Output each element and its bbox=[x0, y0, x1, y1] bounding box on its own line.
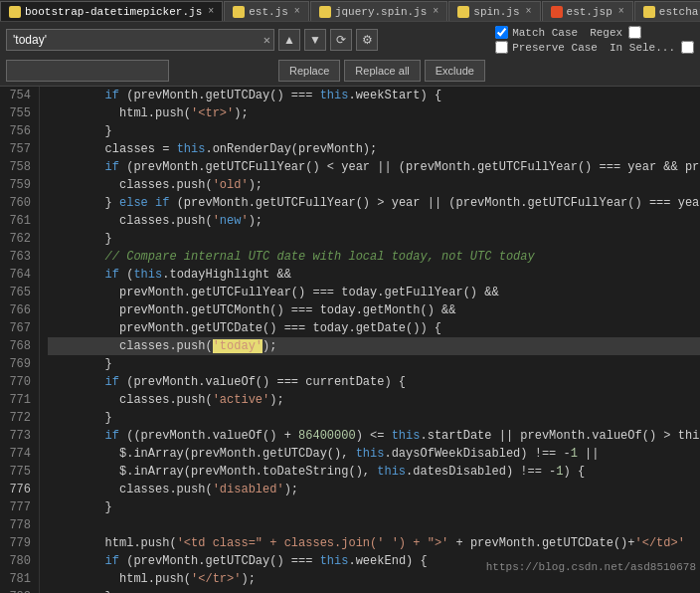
tab-label: jquery.spin.js bbox=[335, 6, 427, 18]
code-line: classes.push('disabled'); bbox=[48, 481, 700, 498]
line-number: 767 bbox=[4, 319, 31, 337]
tab-label: est.js bbox=[249, 6, 288, 18]
code-line: if (prevMonth.getUTCFullYear() < year ||… bbox=[48, 158, 700, 176]
line-number: 761 bbox=[4, 212, 31, 230]
search-row: ✕ ▲ ▼ ⟳ ⚙ Match Case Regex Preserve Case… bbox=[6, 26, 694, 54]
code-line: } bbox=[48, 409, 700, 427]
code-line: if (this.todayHighlight && bbox=[48, 266, 700, 284]
tab-bar: bootstrap-datetimepicker.js × est.js × j… bbox=[0, 0, 700, 22]
code-line: prevMonth.getUTCFullYear() === today.get… bbox=[48, 284, 700, 301]
tab-estcharts[interactable]: estcharts.js × bbox=[634, 1, 700, 21]
line-number: 781 bbox=[4, 570, 31, 588]
code-line: $.inArray(prevMonth.getUTCDay(), this.da… bbox=[48, 445, 700, 463]
search-input[interactable] bbox=[6, 29, 274, 51]
line-number: 773 bbox=[4, 427, 31, 445]
line-number: 757 bbox=[4, 140, 31, 158]
line-number: 768 bbox=[4, 337, 31, 355]
code-line: if (prevMonth.getUTCDay() === this.weekS… bbox=[48, 87, 700, 104]
line-number: 758 bbox=[4, 158, 31, 176]
code-line: if (prevMonth.valueOf() === currentDate)… bbox=[48, 373, 700, 391]
in-selection-checkbox[interactable] bbox=[681, 41, 694, 54]
line-number: 777 bbox=[4, 498, 31, 516]
line-number: 772 bbox=[4, 409, 31, 427]
code-line: // Compare internal UTC date with local … bbox=[48, 248, 700, 266]
tab-bootstrap-datetimepicker[interactable]: bootstrap-datetimepicker.js × bbox=[0, 1, 223, 21]
tab-close-btn[interactable]: × bbox=[433, 6, 438, 17]
line-number: 765 bbox=[4, 284, 31, 301]
tab-label: bootstrap-datetimepicker.js bbox=[25, 6, 202, 18]
next-match-btn[interactable]: ▼ bbox=[304, 29, 326, 51]
code-line: classes.push('active'); bbox=[48, 391, 700, 409]
tab-label: est.jsp bbox=[567, 6, 612, 18]
preserve-case-label: Preserve Case bbox=[512, 42, 598, 54]
regex-checkbox[interactable] bbox=[628, 26, 641, 39]
js-icon bbox=[233, 6, 245, 18]
line-number: 782 bbox=[4, 588, 31, 593]
code-line: } bbox=[48, 355, 700, 373]
code-line: } bbox=[48, 122, 700, 140]
tab-est-js[interactable]: est.js × bbox=[224, 1, 309, 21]
watermark: https://blog.csdn.net/asd8510678 bbox=[482, 559, 700, 575]
code-line: classes = this.onRenderDay(prevMonth); bbox=[48, 140, 700, 158]
code-line bbox=[48, 516, 700, 534]
js-icon bbox=[319, 6, 331, 18]
tab-label: spin.js bbox=[473, 6, 519, 18]
tab-jquery-spin[interactable]: jquery.spin.js × bbox=[310, 1, 447, 21]
exclude-btn[interactable]: Exclude bbox=[425, 60, 485, 82]
clear-search-icon[interactable]: ✕ bbox=[263, 33, 270, 48]
tab-close-btn[interactable]: × bbox=[526, 6, 532, 17]
line-number: 754 bbox=[4, 87, 31, 104]
code-line: } bbox=[48, 498, 700, 516]
tab-spin-js[interactable]: spin.js × bbox=[448, 1, 540, 21]
search-options: Match Case Regex Preserve Case In Sele..… bbox=[495, 26, 694, 54]
code-line: classes.push('old'); bbox=[48, 176, 700, 194]
code-line: prevMonth.getUTCDate() === today.getDate… bbox=[48, 319, 700, 337]
code-line: prevMonth.getUTCMonth() === today.getMon… bbox=[48, 301, 700, 319]
replace-input-wrap bbox=[6, 60, 274, 82]
preserve-case-option: Preserve Case In Sele... bbox=[495, 41, 694, 54]
code-line: classes.push('today'); bbox=[48, 337, 700, 355]
line-numbers: 7547557567577587597607617627637647657667… bbox=[0, 87, 40, 593]
html-icon bbox=[551, 6, 563, 18]
line-number: 756 bbox=[4, 122, 31, 140]
code-line: } bbox=[48, 588, 700, 593]
code-line: if ((prevMonth.valueOf() + 86400000) <= … bbox=[48, 427, 700, 445]
in-selection-label: In Sele... bbox=[610, 42, 675, 54]
line-number: 775 bbox=[4, 463, 31, 481]
replace-btn[interactable]: Replace bbox=[278, 60, 340, 82]
tab-close-btn[interactable]: × bbox=[208, 6, 214, 17]
line-number: 776 bbox=[4, 481, 31, 498]
line-number: 760 bbox=[4, 194, 31, 212]
tab-est-jsp[interactable]: est.jsp × bbox=[542, 1, 633, 21]
preserve-case-checkbox[interactable] bbox=[495, 41, 508, 54]
tab-label: estcharts.js bbox=[659, 6, 700, 18]
regex-label: Regex bbox=[590, 27, 622, 39]
code-line: } bbox=[48, 230, 700, 248]
replace-row: Replace Replace all Exclude bbox=[6, 60, 694, 82]
line-number: 764 bbox=[4, 266, 31, 284]
line-number: 771 bbox=[4, 391, 31, 409]
match-case-checkbox[interactable] bbox=[495, 26, 508, 39]
replace-input[interactable] bbox=[6, 60, 169, 82]
code-line: html.push('<tr>'); bbox=[48, 104, 700, 122]
settings-btn[interactable]: ⚙ bbox=[356, 29, 378, 51]
tab-close-btn[interactable]: × bbox=[618, 6, 624, 17]
line-number: 759 bbox=[4, 176, 31, 194]
code-line: $.inArray(prevMonth.toDateString(), this… bbox=[48, 463, 700, 481]
replace-all-btn[interactable]: Replace all bbox=[344, 60, 420, 82]
search-input-wrap: ✕ bbox=[6, 29, 274, 51]
code-line: html.push('<td class=" + classes.join(' … bbox=[48, 534, 700, 552]
js-icon bbox=[643, 6, 655, 18]
tab-close-btn[interactable]: × bbox=[294, 6, 300, 17]
prev-match-btn[interactable]: ▲ bbox=[278, 29, 300, 51]
line-number: 778 bbox=[4, 516, 31, 534]
line-number: 755 bbox=[4, 104, 31, 122]
match-case-label: Match Case bbox=[512, 27, 578, 39]
line-number: 763 bbox=[4, 248, 31, 266]
match-case-option: Match Case Regex bbox=[495, 26, 694, 39]
line-number: 766 bbox=[4, 301, 31, 319]
js-icon bbox=[457, 6, 469, 18]
code-area[interactable]: if (prevMonth.getUTCDay() === this.weekS… bbox=[40, 87, 700, 593]
refresh-btn[interactable]: ⟳ bbox=[330, 29, 352, 51]
line-number: 779 bbox=[4, 534, 31, 552]
